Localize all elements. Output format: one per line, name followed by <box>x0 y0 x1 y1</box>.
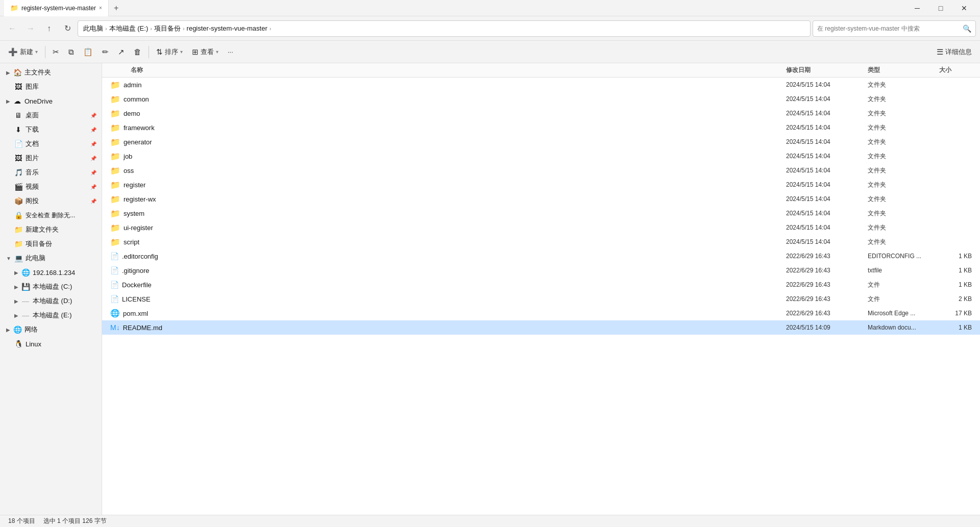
sidebar-item-music[interactable]: 🎵 音乐 📌 <box>0 165 102 180</box>
sidebar-item-onedrive[interactable]: ▶ ☁ OneDrive <box>0 94 102 108</box>
table-row[interactable]: 📁 system 2024/5/15 14:04 文件夹 <box>102 206 980 220</box>
delete-button[interactable]: 🗑 <box>130 44 145 60</box>
sidebar-item-thispc[interactable]: ▼ 💻 此电脑 <box>0 251 102 265</box>
close-tab-button[interactable]: × <box>99 5 102 11</box>
table-row[interactable]: 📄 Dockerfile 2022/6/29 16:43 文件 1 KB <box>102 278 980 292</box>
sidebar-item-drive-d[interactable]: ▶ — 本地磁盘 (D:) <box>0 294 102 308</box>
cut-button[interactable]: ✂ <box>48 44 63 60</box>
file-name-cell: 🌐 pom.xml <box>102 309 786 318</box>
minimize-button[interactable]: ─ <box>905 0 929 16</box>
file-name: register <box>124 181 145 189</box>
sidebar-item-getou[interactable]: 📦 阁投 📌 <box>0 194 102 208</box>
networkdrive-icon: 🌐 <box>21 268 30 277</box>
refresh-button[interactable]: ↻ <box>59 20 76 37</box>
close-button[interactable]: ✕ <box>952 0 976 16</box>
sidebar-item-projectbackup[interactable]: 📁 项目备份 <box>0 237 102 251</box>
col-size-header[interactable]: 大小 <box>939 66 980 74</box>
table-row[interactable]: 📁 script 2024/5/15 14:04 文件夹 <box>102 235 980 249</box>
sidebar-item-drive-e[interactable]: ▶ — 本地磁盘 (E:) <box>0 308 102 322</box>
main-layout: ▶ 🏠 主文件夹 🖼 图库 ▶ ☁ OneDrive 🖥 桌面 📌 ⬇ 下载 📌… <box>0 63 980 515</box>
sort-button[interactable]: ⇅ 排序 ▾ <box>152 44 187 60</box>
table-row[interactable]: 📁 register-wx 2024/5/15 14:04 文件夹 <box>102 192 980 206</box>
file-type: 文件夹 <box>868 195 939 204</box>
table-row[interactable]: 📁 generator 2024/5/15 14:04 文件夹 <box>102 135 980 149</box>
sidebar-item-label: 新建文件夹 <box>26 225 59 234</box>
documents-icon: 📄 <box>14 140 22 148</box>
search-input[interactable] <box>817 25 961 32</box>
sidebar-item-label: 本地磁盘 (C:) <box>33 282 72 291</box>
sidebar-item-videos[interactable]: 🎬 视频 📌 <box>0 180 102 194</box>
md-icon: M↓ <box>110 323 120 332</box>
sidebar-item-downloads[interactable]: ⬇ 下载 📌 <box>0 122 102 137</box>
file-name: ui-register <box>124 224 153 232</box>
table-row[interactable]: 📁 ui-register 2024/5/15 14:04 文件夹 <box>102 220 980 235</box>
file-list-header: 名称 修改日期 类型 大小 <box>102 63 980 78</box>
file-name: admin <box>124 81 141 89</box>
sidebar-item-label: 本地磁盘 (D:) <box>33 296 72 306</box>
back-button[interactable]: ← <box>4 20 20 37</box>
sidebar-item-linux[interactable]: 🐧 Linux <box>0 337 102 351</box>
file-type: 文件夹 <box>868 209 939 218</box>
table-row[interactable]: 📁 admin 2024/5/15 14:04 文件夹 <box>102 78 980 92</box>
titlebar-tab[interactable]: 📁 register-system-vue-master × <box>4 0 109 16</box>
copy-button[interactable]: ⧉ <box>64 44 78 60</box>
breadcrumb-project[interactable]: register-system-vue-master <box>187 24 267 32</box>
sidebar-item-newfolder[interactable]: 📁 新建文件夹 <box>0 222 102 237</box>
downloads-icon: ⬇ <box>14 126 22 134</box>
forward-button[interactable]: → <box>22 20 39 37</box>
search-box[interactable]: 🔍 <box>813 20 976 37</box>
file-name-cell: 📁 script <box>102 237 786 247</box>
file-date: 2024/5/15 14:04 <box>786 210 868 217</box>
delete-icon: 🗑 <box>134 47 141 56</box>
file-type: 文件夹 <box>868 166 939 175</box>
folder-icon: 📁 <box>110 180 120 190</box>
more-button[interactable]: ··· <box>224 44 237 60</box>
view-button[interactable]: ⊞ 查看 ▾ <box>188 44 223 60</box>
table-row[interactable]: 📁 demo 2024/5/15 14:04 文件夹 <box>102 106 980 120</box>
breadcrumb-drive[interactable]: 本地磁盘 (E:) <box>109 24 149 33</box>
toolbar: ➕ 新建 ▾ ✂ ⧉ 📋 ✏ ↗ 🗑 ⇅ 排序 ▾ ⊞ 查看 ▾ ··· ☰ 详… <box>0 41 980 63</box>
search-icon[interactable]: 🔍 <box>963 24 971 33</box>
col-date-header[interactable]: 修改日期 <box>786 66 868 74</box>
sidebar-item-network[interactable]: ▶ 🌐 网络 <box>0 322 102 337</box>
copy-icon: ⧉ <box>68 47 74 57</box>
file-name-cell: 📁 admin <box>102 80 786 90</box>
maximize-button[interactable]: □ <box>929 0 952 16</box>
sidebar-item-desktop[interactable]: 🖥 桌面 📌 <box>0 108 102 122</box>
new-button[interactable]: ➕ 新建 ▾ <box>4 44 42 60</box>
table-row[interactable]: 📁 job 2024/5/15 14:04 文件夹 <box>102 149 980 163</box>
table-row[interactable]: 🌐 pom.xml 2022/6/29 16:43 Microsoft Edge… <box>102 306 980 320</box>
new-tab-button[interactable]: + <box>109 0 124 16</box>
share-button[interactable]: ↗ <box>114 44 129 60</box>
paste-button[interactable]: 📋 <box>79 44 97 60</box>
addressbar: ← → ↑ ↻ 此电脑 › 本地磁盘 (E:) › 项目备份 › registe… <box>0 16 980 41</box>
table-row[interactable]: 📄 .gitignore 2022/6/29 16:43 txtfile 1 K… <box>102 263 980 278</box>
table-row[interactable]: 📄 .editorconfig 2022/6/29 16:43 EDITORCO… <box>102 249 980 263</box>
file-name-cell: 📄 LICENSE <box>102 295 786 303</box>
col-type-header[interactable]: 类型 <box>868 66 939 74</box>
file-name-cell: M↓ README.md <box>102 323 786 332</box>
sidebar-item-security[interactable]: 🔒 安全检查 删除无... <box>0 208 102 222</box>
table-row[interactable]: 📁 framework 2024/5/15 14:04 文件夹 <box>102 120 980 135</box>
col-name-header[interactable]: 名称 <box>102 66 786 74</box>
sidebar-item-gallery[interactable]: 🖼 图库 <box>0 80 102 94</box>
table-row[interactable]: 📁 common 2024/5/15 14:04 文件夹 <box>102 92 980 106</box>
file-name: .gitignore <box>122 267 149 274</box>
rename-button[interactable]: ✏ <box>98 44 113 60</box>
table-row[interactable]: 📁 register 2024/5/15 14:04 文件夹 <box>102 178 980 192</box>
up-button[interactable]: ↑ <box>41 20 57 37</box>
table-row[interactable]: 📁 oss 2024/5/15 14:04 文件夹 <box>102 163 980 178</box>
table-row[interactable]: M↓ README.md 2024/5/15 14:09 Markdown do… <box>102 320 980 335</box>
table-row[interactable]: 📄 LICENSE 2022/6/29 16:43 文件 2 KB <box>102 292 980 306</box>
sidebar-item-home[interactable]: ▶ 🏠 主文件夹 <box>0 65 102 80</box>
file-name-cell: 📁 system <box>102 209 786 218</box>
sidebar-item-drive-c[interactable]: ▶ 💾 本地磁盘 (C:) <box>0 280 102 294</box>
breadcrumb[interactable]: 此电脑 › 本地磁盘 (E:) › 项目备份 › register-system… <box>78 20 811 37</box>
details-button[interactable]: ☰ 详细信息 <box>933 44 976 60</box>
breadcrumb-computer[interactable]: 此电脑 <box>83 24 103 33</box>
sidebar-item-documents[interactable]: 📄 文档 📌 <box>0 137 102 151</box>
sidebar-item-pictures[interactable]: 🖼 图片 📌 <box>0 151 102 165</box>
edge-icon: 🌐 <box>110 309 120 318</box>
breadcrumb-backup[interactable]: 项目备份 <box>154 24 181 33</box>
sidebar-item-network-drive[interactable]: ▶ 🌐 192.168.1.234 <box>0 265 102 280</box>
